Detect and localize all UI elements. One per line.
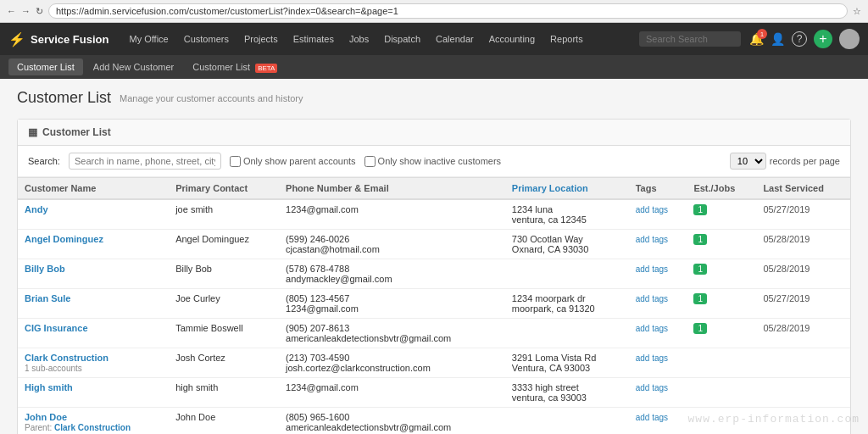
back-button[interactable]: ← xyxy=(7,6,16,16)
jobs-badge: 1 xyxy=(693,204,707,215)
cell-tags: add tags xyxy=(629,289,687,319)
col-primary-location[interactable]: Primary Location xyxy=(505,178,629,200)
col-primary-contact[interactable]: Primary Contact xyxy=(169,178,279,200)
table-row: Angel Dominguez Angel Dominguez (599) 24… xyxy=(18,230,850,259)
refresh-button[interactable]: ↻ xyxy=(36,6,43,17)
url-bar[interactable] xyxy=(48,3,848,19)
cell-last-serviced xyxy=(756,348,850,378)
sub-nav: Customer List Add New Customer Customer … xyxy=(0,55,868,79)
main-content: ▦ Customer List Search: Only show parent… xyxy=(0,112,868,434)
cell-contact: joe smith xyxy=(169,199,279,230)
cell-jobs: 1 xyxy=(687,319,756,348)
cell-phone-email: (213) 703-4590josh.cortez@clarkconstruct… xyxy=(279,348,505,378)
cell-tags: add tags xyxy=(629,348,687,378)
col-est-jobs[interactable]: Est./Jobs xyxy=(687,178,756,200)
subnav-add-customer[interactable]: Add New Customer xyxy=(85,58,182,75)
nav-calendar[interactable]: Calendar xyxy=(429,31,481,47)
nav-reports[interactable]: Reports xyxy=(543,31,590,47)
table-row: Billy Bob Billy Bob (578) 678-4788andyma… xyxy=(18,259,850,289)
cell-location: 3333 high streetventura, ca 93003 xyxy=(505,378,629,408)
col-phone-email[interactable]: Phone Number & Email xyxy=(279,178,505,200)
nav-accounting[interactable]: Accounting xyxy=(482,31,542,47)
email: 1234@gmail.com xyxy=(286,382,498,392)
cell-contact: Angel Dominguez xyxy=(169,230,279,259)
add-tags-link[interactable]: add tags xyxy=(636,235,668,244)
customer-name-link[interactable]: Clark Construction xyxy=(25,353,108,363)
col-last-serviced[interactable]: Last Serviced xyxy=(756,178,850,200)
cell-customer-name: Billy Bob xyxy=(18,259,169,289)
help-icon[interactable]: ? xyxy=(792,31,807,47)
nav-myoffice[interactable]: My Office xyxy=(122,31,175,47)
cell-jobs: 1 xyxy=(687,289,756,319)
phone: (578) 678-4788 xyxy=(286,264,498,274)
page-header: Customer List Manage your customer accou… xyxy=(0,79,868,112)
page-subtitle: Manage your customer accounts and histor… xyxy=(120,93,303,103)
customer-name-link[interactable]: Angel Dominguez xyxy=(25,234,103,244)
cell-contact: Billy Bob xyxy=(169,259,279,289)
cell-jobs: 1 xyxy=(687,259,756,289)
cell-customer-name: High smith xyxy=(18,378,169,408)
add-tags-link[interactable]: add tags xyxy=(636,383,668,392)
cell-location xyxy=(505,319,629,348)
add-tags-link[interactable]: add tags xyxy=(636,294,668,303)
sub-account-label: 1 sub-accounts xyxy=(25,364,82,373)
cell-location xyxy=(505,259,629,289)
cell-last-serviced: 05/27/2019 xyxy=(756,199,850,230)
browser-bar: ← → ↻ ☆ xyxy=(0,0,868,23)
table-row: CIG Insurance Tammie Boswell (905) 207-8… xyxy=(18,319,850,348)
add-tags-link[interactable]: add tags xyxy=(636,205,668,214)
nav-jobs[interactable]: Jobs xyxy=(342,31,376,47)
cell-jobs xyxy=(687,348,756,378)
cell-last-serviced: 05/27/2019 xyxy=(756,289,850,319)
bell-icon[interactable]: 🔔 1 xyxy=(749,32,764,46)
nav-dispatch[interactable]: Dispatch xyxy=(377,31,427,47)
table-row: Andy joe smith 1234@gmail.com 1234 lunav… xyxy=(18,199,850,230)
col-customer-name[interactable]: Customer Name xyxy=(18,178,169,200)
nav-projects[interactable]: Projects xyxy=(237,31,285,47)
search-input[interactable] xyxy=(69,153,221,170)
email: americanleakdetectionsbvtr@gmail.com xyxy=(286,422,498,432)
cell-tags: add tags xyxy=(629,378,687,408)
cell-contact: John Doe xyxy=(169,408,279,435)
customer-name-link[interactable]: John Doe xyxy=(25,412,67,422)
nav-customers[interactable]: Customers xyxy=(177,31,236,47)
cell-contact: Tammie Boswell xyxy=(169,319,279,348)
cell-jobs: 1 xyxy=(687,199,756,230)
add-tags-link[interactable]: add tags xyxy=(636,413,668,422)
nav-bar: ⚡ Service Fusion My Office Customers Pro… xyxy=(0,23,868,55)
customer-name-link[interactable]: CIG Insurance xyxy=(25,323,88,333)
cell-tags: add tags xyxy=(629,230,687,259)
subnav-customer-list-beta[interactable]: Customer List BETA xyxy=(184,58,286,75)
jobs-badge: 1 xyxy=(693,234,707,245)
cell-tags: add tags xyxy=(629,199,687,230)
phone: (805) 123-4567 xyxy=(286,293,498,303)
phone: (905) 207-8613 xyxy=(286,323,498,333)
forward-button[interactable]: → xyxy=(21,6,31,16)
cell-jobs xyxy=(687,378,756,408)
customer-name-link[interactable]: Billy Bob xyxy=(25,264,65,274)
customer-name-link[interactable]: Andy xyxy=(25,204,48,214)
parent-accounts-checkbox[interactable]: Only show parent accounts xyxy=(230,156,356,167)
cell-customer-name: Angel Dominguez xyxy=(18,230,169,259)
avatar[interactable] xyxy=(839,29,860,49)
col-tags[interactable]: Tags xyxy=(629,178,687,200)
cell-phone-email: (905) 207-8613americanleakdetectionsbvtr… xyxy=(279,319,505,348)
subnav-customer-list[interactable]: Customer List xyxy=(8,58,83,75)
cell-last-serviced: 05/28/2019 xyxy=(756,319,850,348)
add-button[interactable]: + xyxy=(814,30,832,48)
inactive-customers-checkbox[interactable]: Only show inactive customers xyxy=(364,156,502,167)
cell-location: 1234 lunaventura, ca 12345 xyxy=(505,199,629,230)
cell-tags: add tags xyxy=(629,408,687,435)
beta-badge: BETA xyxy=(255,64,277,73)
jobs-badge: 1 xyxy=(693,323,707,334)
add-tags-link[interactable]: add tags xyxy=(636,264,668,274)
customer-name-link[interactable]: High smith xyxy=(25,382,73,392)
customer-name-link[interactable]: Brian Sule xyxy=(25,293,70,303)
records-select[interactable]: 10 xyxy=(730,153,766,170)
person-icon[interactable]: 👤 xyxy=(771,32,785,46)
nav-estimates[interactable]: Estimates xyxy=(287,31,341,47)
notification-badge: 1 xyxy=(757,29,767,39)
nav-search-input[interactable] xyxy=(639,31,741,47)
add-tags-link[interactable]: add tags xyxy=(636,353,668,363)
add-tags-link[interactable]: add tags xyxy=(636,324,668,333)
